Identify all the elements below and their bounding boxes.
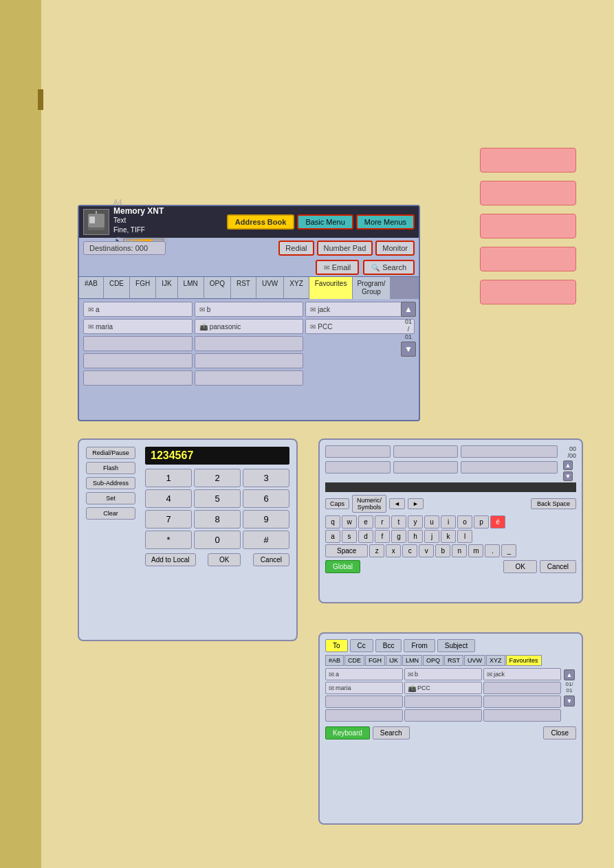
key-v[interactable]: v [419,544,434,557]
basic-menu-button[interactable]: Basic Menu [297,214,353,230]
tab-ab[interactable]: #AB [79,277,104,299]
email-tab-opq[interactable]: OPQ [423,655,443,666]
key-4[interactable]: 4 [145,489,192,508]
key-0[interactable]: 0 [194,531,241,549]
tab-fgh[interactable]: FGH [130,277,156,299]
kb-input-field-3[interactable] [461,445,558,458]
sub-address-button[interactable]: Sub-Address [86,477,135,489]
keyboard-cancel-button[interactable]: Cancel [540,560,576,573]
add-to-local-button[interactable]: Add to Local [145,553,196,566]
email-tab-uvw[interactable]: UVW [464,655,485,666]
number-pad-button[interactable]: Number Pad [317,241,373,256]
kb-scroll-down[interactable]: ▼ [563,471,573,481]
email-addr-pcc[interactable]: PCC [404,682,482,694]
addr-cell-empty-1[interactable] [83,336,193,351]
tab-cc[interactable]: Cc [350,639,373,652]
kb-scroll-up[interactable]: ▲ [563,460,573,470]
flash-button[interactable]: Flash [86,462,135,474]
tab-rst[interactable]: RST [231,277,256,299]
tab-from[interactable]: From [404,639,435,652]
email-button[interactable]: Email [316,260,360,275]
tab-ijk[interactable]: IJK [156,277,177,299]
email-addr-empty-6[interactable] [404,709,482,722]
email-addr-b[interactable]: b [404,668,482,680]
key-period[interactable]: . [485,544,500,557]
tab-cde[interactable]: CDE [104,277,130,299]
key-s[interactable]: s [342,530,357,543]
key-1[interactable]: 1 [145,469,192,487]
addr-cell-jack[interactable]: jack [305,302,415,317]
email-tab-ab[interactable]: #AB [325,655,344,666]
tab-xyz[interactable]: XYZ [284,277,309,299]
global-button[interactable]: Global [325,560,360,573]
key-star[interactable]: * [145,531,192,549]
more-menus-button[interactable]: More Menus [356,214,415,230]
kb-input-field-5[interactable] [393,461,459,474]
addr-cell-empty-2[interactable] [195,336,304,351]
email-tab-rst[interactable]: RST [444,655,463,666]
email-addr-maria[interactable]: maria [325,682,403,694]
email-tab-fgh[interactable]: FGH [365,655,385,666]
tab-uvw[interactable]: UVW [256,277,284,299]
addr-cell-pcc[interactable]: PCC [305,319,415,334]
email-search-button[interactable]: Search [373,726,410,739]
redial-pause-button[interactable]: Redial/Pause [86,447,135,459]
email-addr-empty-4[interactable] [483,695,561,708]
email-addr-empty-7[interactable] [483,709,561,722]
addr-cell-empty-6[interactable] [195,370,304,386]
key-m[interactable]: m [468,544,483,557]
address-book-button[interactable]: Address Book [227,214,295,230]
tab-lmn[interactable]: LMN [178,277,204,299]
key-k[interactable]: k [441,530,456,543]
numpad-ok-button[interactable]: OK [208,553,241,566]
key-8[interactable]: 8 [194,510,241,528]
scroll-up-button[interactable]: ▲ [401,302,416,317]
email-scroll-up[interactable]: ▲ [564,669,575,680]
email-scroll-down[interactable]: ▼ [564,695,575,706]
key-a[interactable]: a [325,530,340,543]
set-button[interactable]: Set [86,492,135,504]
addr-cell-empty-3[interactable] [83,353,193,368]
key-underscore[interactable]: _ [501,544,516,557]
key-9[interactable]: 9 [243,510,289,528]
key-o[interactable]: o [457,515,472,528]
kb-input-field-6[interactable] [461,461,558,474]
email-addr-jack[interactable]: jack [483,668,561,680]
kb-input-field-4[interactable] [325,461,391,474]
key-6[interactable]: 6 [243,489,289,508]
key-3[interactable]: 3 [243,469,289,487]
numeric-symbols-button[interactable]: Numeric/Symbols [352,495,386,513]
email-tab-xyz[interactable]: XYZ [486,655,505,666]
key-hash[interactable]: # [243,531,289,549]
email-tab-ijk[interactable]: IJK [386,655,402,666]
tab-to[interactable]: To [325,639,348,652]
email-addr-empty-2[interactable] [325,695,403,708]
key-b[interactable]: b [435,544,450,557]
addr-cell-maria[interactable]: maria [83,319,193,334]
tab-favourites[interactable]: Favourites [309,277,353,299]
redial-button[interactable]: Redial [278,241,314,256]
addr-cell-panasonic[interactable]: panasonic [195,319,304,334]
caps-button[interactable]: Caps [325,498,349,509]
email-close-button[interactable]: Close [543,726,576,739]
key-r[interactable]: r [375,515,390,528]
search-button[interactable]: Search [363,260,415,275]
addr-cell-b[interactable]: b [195,302,304,317]
tab-program-group[interactable]: Program/Group [353,277,389,299]
addr-cell-empty-5[interactable] [83,370,193,386]
key-g[interactable]: g [391,530,406,543]
key-u[interactable]: u [424,515,439,528]
tab-opq[interactable]: OPQ [204,277,231,299]
email-addr-empty-1[interactable] [483,682,561,694]
email-tab-lmn[interactable]: LMN [402,655,422,666]
key-2[interactable]: 2 [194,469,241,487]
keyboard-ok-button[interactable]: OK [503,560,536,573]
backspace-button[interactable]: Back Space [531,498,576,509]
key-w[interactable]: w [342,515,357,528]
tab-subject[interactable]: Subject [437,639,475,652]
scroll-down-button[interactable]: ▼ [401,342,416,357]
email-addr-a[interactable]: a [325,668,403,680]
key-f[interactable]: f [375,530,390,543]
key-n[interactable]: n [452,544,467,557]
key-l[interactable]: l [457,530,472,543]
